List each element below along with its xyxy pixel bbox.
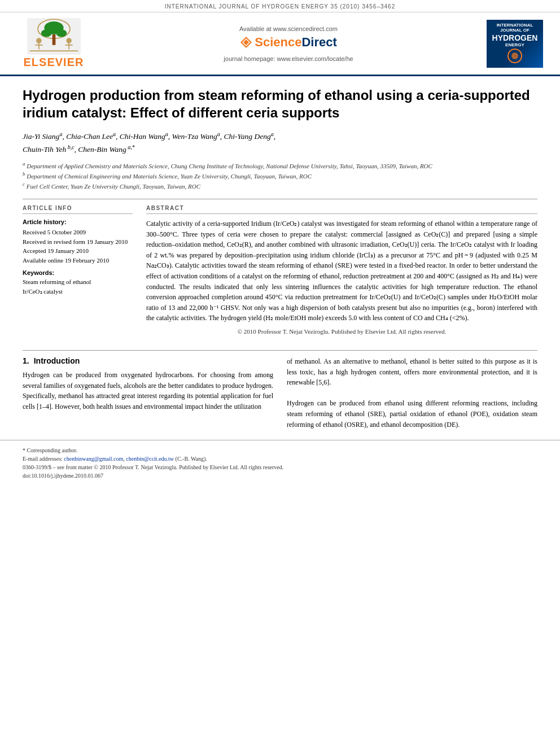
article-info-column: ARTICLE INFO Article history: Received 5… <box>23 205 133 340</box>
affiliation-a: Department of Applied Chemistry and Mate… <box>27 162 432 169</box>
intro-right: of methanol. As an alternative to methan… <box>287 356 537 430</box>
cover-decoration-icon <box>504 47 526 64</box>
corresponding-author-note: * Corresponding author. <box>23 446 537 455</box>
elsevier-wordmark: ELSEVIER <box>24 56 84 69</box>
main-content: Hydrogen production from steam reforming… <box>0 86 560 430</box>
elsevier-logo: ELSEVIER <box>17 18 90 69</box>
journal-header: INTERNATIONAL JOURNAL OF HYDROGEN ENERGY… <box>0 0 560 12</box>
keywords-text: Steam reforming of ethanol Ir/CeO₂ catal… <box>23 277 133 296</box>
copyright-text: © 2010 Professor T. Nejat Veziroglu. Pub… <box>146 327 537 337</box>
journal-homepage: journal homepage: www.elsevier.com/locat… <box>224 55 353 62</box>
article-history: Received 5 October 2009 Received in revi… <box>23 228 133 265</box>
article-info-label: ARTICLE INFO <box>23 205 133 211</box>
available-text: Available at www.sciencedirect.com <box>239 25 338 32</box>
affiliation-c: Fuel Cell Center, Yuan Ze University Chu… <box>27 183 200 190</box>
svg-point-17 <box>511 53 518 59</box>
svg-point-6 <box>36 38 42 43</box>
article-info-abstract: ARTICLE INFO Article history: Received 5… <box>23 205 537 340</box>
sciencedirect-text: ScienceDirect <box>255 35 337 50</box>
cover-title-line1: International Journal of <box>497 23 533 33</box>
intro-left-text: Hydrogen can be produced from oxygenated… <box>23 370 273 412</box>
sciencedirect-icon <box>240 36 252 49</box>
abstract-section-label: ABSTRACT <box>146 205 537 211</box>
journal-name: INTERNATIONAL JOURNAL OF HYDROGEN ENERGY… <box>165 3 395 10</box>
center-logo: Available at www.sciencedirect.com Scien… <box>90 25 487 62</box>
keyword-1: Steam reforming of ethanol <box>23 278 91 285</box>
affiliations: a Department of Applied Chemistry and Ma… <box>23 160 537 191</box>
introduction-section: 1. Introduction Hydrogen can be produced… <box>23 356 537 430</box>
svg-rect-2 <box>52 34 55 45</box>
email-link-1[interactable]: chenbinwang@gmail.com <box>64 456 123 462</box>
sciencedirect-logo: ScienceDirect <box>240 35 337 50</box>
svg-point-9 <box>66 38 72 43</box>
doi-note: doi:10.1016/j.ijhydene.2010.01.067 <box>23 471 537 480</box>
received-date: Received 5 October 2009 <box>23 229 86 235</box>
intro-right-text: of methanol. As an alternative to methan… <box>287 356 537 430</box>
email-note: E-mail addresses: chenbinwang@gmail.com,… <box>23 455 537 463</box>
logo-header: ELSEVIER Available at www.sciencedirect.… <box>0 12 560 76</box>
keywords-label: Keywords: <box>23 269 133 276</box>
cover-title-big: HYDROGEN <box>492 33 538 42</box>
abstract-text: Catalytic activity of a ceria-supported … <box>146 219 537 337</box>
divider-1 <box>23 199 537 199</box>
revised-date: Received in revised form 19 January 2010 <box>23 238 128 245</box>
abstract-column: ABSTRACT Catalytic activity of a ceria-s… <box>146 205 537 340</box>
available-date: Available online 19 February 2010 <box>23 257 109 264</box>
history-label: Article history: <box>23 219 133 225</box>
section-number: 1. <box>23 356 29 365</box>
authors-text: Jia-Yi Sianga, Chia-Chan Leea, Chi-Han W… <box>23 132 275 154</box>
affiliation-b: Department of Chemical Engineering and M… <box>27 172 312 179</box>
article-info-divider <box>23 213 133 214</box>
section-title: 1. Introduction <box>23 356 273 365</box>
page-wrapper: INTERNATIONAL JOURNAL OF HYDROGEN ENERGY… <box>0 0 560 747</box>
keyword-2: Ir/CeO₂ catalyst <box>23 288 63 295</box>
email-link-2[interactable]: chenbin@ccit.edu.tw <box>126 456 174 462</box>
article-title: Hydrogen production from steam reforming… <box>23 86 537 121</box>
issn-note: 0360-3199/$ – see front matter © 2010 Pr… <box>23 463 537 471</box>
divider-2 <box>23 350 537 351</box>
journal-cover: International Journal of HYDROGEN ENERGY <box>487 20 543 68</box>
authors: Jia-Yi Sianga, Chia-Chan Leea, Chi-Han W… <box>23 129 537 155</box>
accepted-date: Accepted 19 January 2010 <box>23 247 89 254</box>
svg-point-4 <box>41 29 51 37</box>
section-heading: Introduction <box>34 356 80 365</box>
cover-title-line3: ENERGY <box>505 42 524 48</box>
svg-point-5 <box>56 29 67 37</box>
svg-rect-12 <box>29 50 78 51</box>
abstract-divider <box>146 213 537 214</box>
intro-left: 1. Introduction Hydrogen can be produced… <box>23 356 273 430</box>
elsevier-tree-icon <box>27 18 81 55</box>
footer: * Corresponding author. E-mail addresses… <box>0 440 560 484</box>
